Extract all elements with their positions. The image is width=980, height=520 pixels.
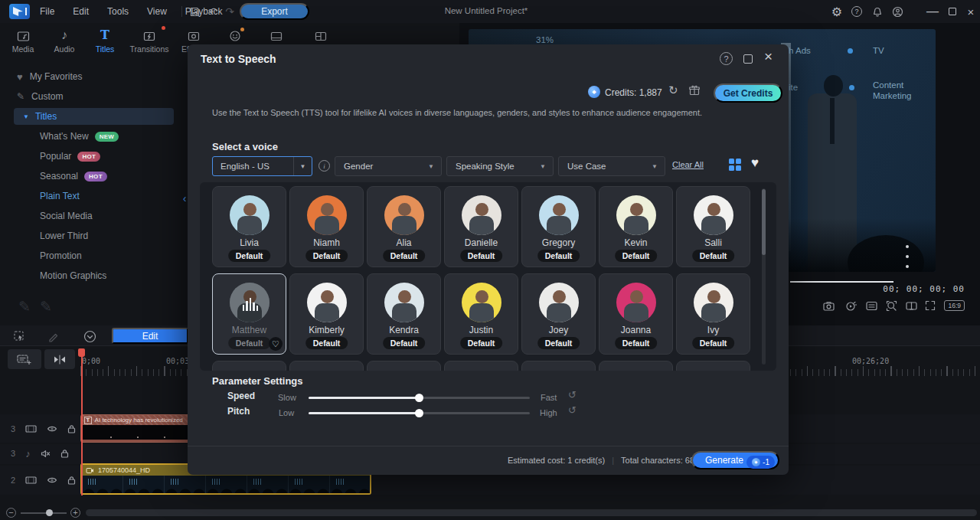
favorite-heart-icon[interactable]: ♡ [269,337,283,351]
voice-card-joanna[interactable]: Joanna Default [599,273,673,355]
timeline-zoom-slider[interactable] [21,512,67,514]
playhead-pin[interactable] [78,348,85,357]
sidebar-item-social-media[interactable]: Social Media [0,206,188,226]
language-select[interactable]: English - US ▼ [212,156,312,176]
lock-icon[interactable] [60,449,69,458]
voice-card-partial[interactable] [367,361,441,371]
gender-select[interactable]: Gender▼ [335,156,442,176]
voice-card-partial[interactable] [212,361,286,371]
menu-edit[interactable]: Edit [73,6,89,17]
voice-grid-scrollbar-thumb[interactable] [762,189,766,255]
voice-card-ivy[interactable]: Ivy Default [676,273,750,355]
timeline-scrollbar[interactable] [86,509,977,516]
get-credits-button[interactable]: Get Credits [714,83,782,103]
menu-view[interactable]: View [147,6,167,17]
pitch-slider[interactable] [309,412,530,414]
lock-icon[interactable] [67,476,76,485]
sidebar-item-my-favorites[interactable]: ♥ My Favorites [0,67,188,87]
voice-card-danielle[interactable]: Danielle Default [444,186,518,267]
fullscreen-icon[interactable] [923,299,937,312]
tab-media[interactable]: Media [5,26,41,54]
split-clip-button[interactable] [44,349,75,369]
redo-icon[interactable]: ↷ [224,5,236,18]
menu-file[interactable]: File [40,6,54,17]
voice-card-matthew-selected[interactable]: Matthew Default ♡ [212,273,286,355]
title-clip[interactable]: T AI technology has revolutionized [80,414,191,443]
sidebar-item-popular[interactable]: Popular HOT [0,146,188,166]
dialog-help-icon[interactable]: ? [720,52,733,65]
speed-reset-icon[interactable]: ↺ [568,389,577,401]
playhead[interactable] [81,348,83,495]
voice-card-partial[interactable] [599,361,673,371]
more-tools-chevron-icon[interactable] [83,329,96,343]
voice-card-partial[interactable] [521,361,596,371]
zoom-out-button[interactable]: − [6,508,16,518]
restore-button[interactable] [943,0,962,23]
marker-pen-icon[interactable] [46,329,60,343]
edit-button[interactable]: Edit [112,328,188,344]
settings-gear-icon[interactable]: ⚙ [828,0,846,23]
voice-card-partial[interactable] [289,361,364,371]
tab-audio[interactable]: ♪ Audio [46,26,83,54]
grid-view-icon[interactable] [729,159,742,172]
add-caption-button[interactable] [8,349,41,369]
export-button[interactable]: Export [240,3,309,20]
preview-seek-bar[interactable] [790,281,893,283]
menu-tools[interactable]: Tools [107,6,129,17]
preview-zoom-icon[interactable] [884,299,898,312]
speaking-style-select[interactable]: Speaking Style▼ [446,156,554,176]
select-tool-icon[interactable] [12,329,26,343]
clear-all-link[interactable]: Clear All [672,160,704,169]
voice-card-joey[interactable]: Joey Default [521,273,596,355]
eye-icon[interactable] [47,476,57,484]
zoom-in-button[interactable]: + [70,508,80,518]
lock-icon[interactable] [67,424,76,433]
voice-card-kevin[interactable]: Kevin Default [599,186,673,267]
close-window-button[interactable]: × [962,0,980,23]
timeline-zoom-thumb[interactable] [46,509,53,516]
voice-card-kimberly[interactable]: Kimberly Default [289,273,364,355]
voice-card-salli[interactable]: Salli Default [676,186,750,267]
voice-card-justin[interactable]: Justin Default [444,273,518,355]
voice-card-livia[interactable]: Livia Default [212,186,286,267]
pitch-reset-icon[interactable]: ↺ [568,404,577,416]
pitch-slider-thumb[interactable] [415,409,423,417]
drag-handle-dots[interactable] [906,245,909,268]
notifications-bell-icon[interactable] [868,0,887,23]
tab-transitions[interactable]: Transitions [126,26,173,54]
dialog-maximize-icon[interactable] [743,54,753,64]
refresh-credits-icon[interactable]: ↻ [668,83,678,97]
tab-stickers[interactable] [217,26,253,42]
marker-list-icon[interactable] [864,299,878,312]
generate-button[interactable]: Generate ◆ -1 [691,451,779,469]
minimize-button[interactable]: — [923,0,942,23]
sidebar-group-titles[interactable]: ▼ Titles [14,108,174,125]
favorites-filter-heart-icon[interactable]: ♥ [751,155,759,171]
eye-icon[interactable] [47,425,57,433]
tab-split-layout[interactable] [302,26,339,42]
dialog-close-icon[interactable]: × [764,48,773,65]
voice-card-gregory[interactable]: Gregory Default [521,186,596,267]
sidebar-item-lower-third[interactable]: Lower Third [0,226,188,246]
gift-icon[interactable] [688,84,701,96]
voice-card-kendra[interactable]: Kendra Default [367,273,441,355]
speed-slider[interactable] [309,397,530,399]
undo-icon[interactable]: ↶ [207,5,219,18]
tab-templates[interactable] [258,26,295,42]
aspect-ratio-badge[interactable]: 16:9 [944,300,965,311]
playback-speed-icon[interactable] [844,299,858,312]
tab-titles[interactable]: T Titles [87,26,123,54]
sidebar-item-promotion[interactable]: Promotion [0,246,188,266]
account-icon[interactable] [888,0,906,23]
voice-card-niamh[interactable]: Niamh Default [289,186,364,267]
sidebar-item-whats-new[interactable]: What's New NEW [0,126,188,146]
sidebar-item-plain-text[interactable]: Plain Text [0,186,188,206]
snapshot-camera-icon[interactable] [822,299,835,312]
voice-card-alia[interactable]: Alia Default [367,186,441,267]
sidebar-item-seasonal[interactable]: Seasonal HOT [0,166,188,186]
help-icon[interactable]: ? [848,0,866,23]
compare-view-icon[interactable] [904,299,918,312]
voice-card-partial[interactable] [444,361,518,371]
speed-slider-thumb[interactable] [415,394,423,402]
language-info-icon[interactable]: i [318,160,330,172]
